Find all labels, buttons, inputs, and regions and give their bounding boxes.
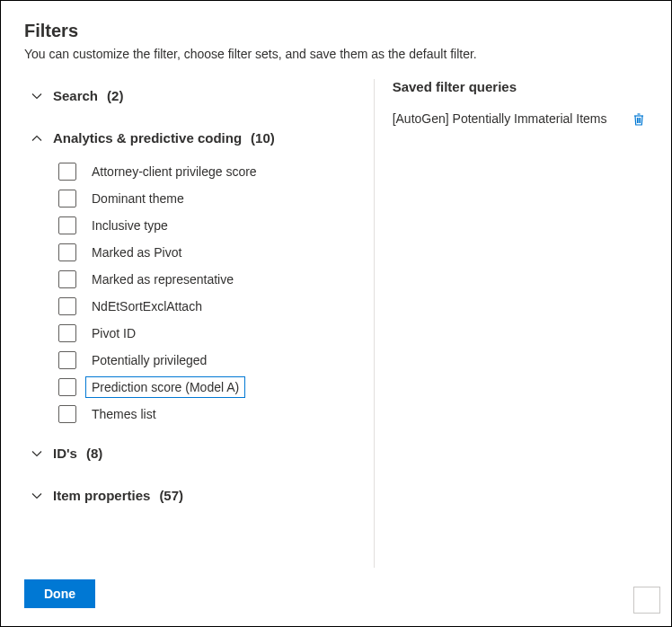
filter-option-label: Dominant theme bbox=[85, 188, 190, 209]
filter-option[interactable]: Marked as representative bbox=[58, 266, 356, 293]
filter-option-label: Inclusive type bbox=[85, 215, 174, 236]
checkbox[interactable] bbox=[58, 351, 76, 369]
filter-option[interactable]: Marked as Pivot bbox=[58, 239, 356, 266]
filter-option[interactable]: Prediction score (Model A) bbox=[58, 374, 356, 401]
panel-title: Filters bbox=[24, 21, 648, 41]
section-label: Analytics & predictive coding bbox=[53, 130, 242, 146]
checkbox[interactable] bbox=[58, 270, 76, 288]
checkbox[interactable] bbox=[58, 190, 76, 208]
section-header-search[interactable]: Search (2) bbox=[24, 79, 356, 116]
panel-subtitle: You can customize the filter, choose fil… bbox=[24, 47, 648, 61]
saved-filters-pane: Saved filter queries [AutoGen] Potential… bbox=[374, 79, 648, 568]
filter-categories: Search (2) Analytics & predictive coding… bbox=[24, 79, 374, 568]
section-count: (57) bbox=[159, 488, 183, 503]
filter-option-label: Themes list bbox=[85, 403, 163, 425]
filter-option-label: Marked as representative bbox=[85, 269, 240, 290]
checkbox[interactable] bbox=[58, 163, 76, 181]
filter-option[interactable]: NdEtSortExclAttach bbox=[58, 293, 356, 320]
saved-filter-item[interactable]: [AutoGen] Potentially Immaterial Items bbox=[393, 110, 648, 128]
filter-option[interactable]: Pivot ID bbox=[58, 320, 356, 347]
checkbox[interactable] bbox=[58, 405, 76, 423]
chevron-down-icon bbox=[30, 89, 44, 103]
filter-option-label: Marked as Pivot bbox=[85, 242, 188, 263]
section-label: ID's bbox=[53, 446, 77, 461]
section-header-item-properties[interactable]: Item properties (57) bbox=[24, 479, 356, 516]
checkbox[interactable] bbox=[58, 378, 76, 396]
checkbox[interactable] bbox=[58, 324, 76, 342]
chevron-up-icon bbox=[30, 131, 44, 146]
filter-option-label: Attorney-client privilege score bbox=[85, 161, 263, 182]
filter-option-label: Potentially privileged bbox=[85, 349, 213, 371]
filter-option-label: NdEtSortExclAttach bbox=[85, 296, 208, 317]
saved-filter-name: [AutoGen] Potentially Immaterial Items bbox=[393, 110, 621, 128]
done-button[interactable]: Done bbox=[24, 579, 95, 608]
section-header-ids[interactable]: ID's (8) bbox=[24, 437, 356, 473]
filter-option[interactable]: Inclusive type bbox=[58, 212, 356, 239]
section-count: (8) bbox=[86, 446, 102, 461]
checkbox[interactable] bbox=[58, 243, 76, 261]
resize-grip[interactable] bbox=[633, 587, 660, 614]
filter-option-label: Pivot ID bbox=[85, 322, 142, 344]
checkbox[interactable] bbox=[58, 297, 76, 315]
section-count: (10) bbox=[251, 130, 275, 146]
analytics-items: Attorney-client privilege score Dominant… bbox=[24, 158, 356, 428]
filter-option[interactable]: Attorney-client privilege score bbox=[58, 158, 356, 185]
section-count: (2) bbox=[107, 88, 123, 103]
section-label: Item properties bbox=[53, 488, 150, 503]
filter-option[interactable]: Potentially privileged bbox=[58, 347, 356, 374]
filter-option-label: Prediction score (Model A) bbox=[85, 376, 245, 398]
chevron-down-icon bbox=[30, 489, 44, 503]
filter-option[interactable]: Themes list bbox=[58, 401, 356, 428]
checkbox[interactable] bbox=[58, 216, 76, 234]
filter-option[interactable]: Dominant theme bbox=[58, 185, 356, 212]
delete-icon[interactable] bbox=[630, 110, 648, 128]
chevron-down-icon bbox=[30, 446, 44, 461]
section-label: Search bbox=[53, 88, 98, 103]
saved-filters-title: Saved filter queries bbox=[393, 79, 648, 94]
section-header-analytics[interactable]: Analytics & predictive coding (10) bbox=[24, 121, 356, 158]
